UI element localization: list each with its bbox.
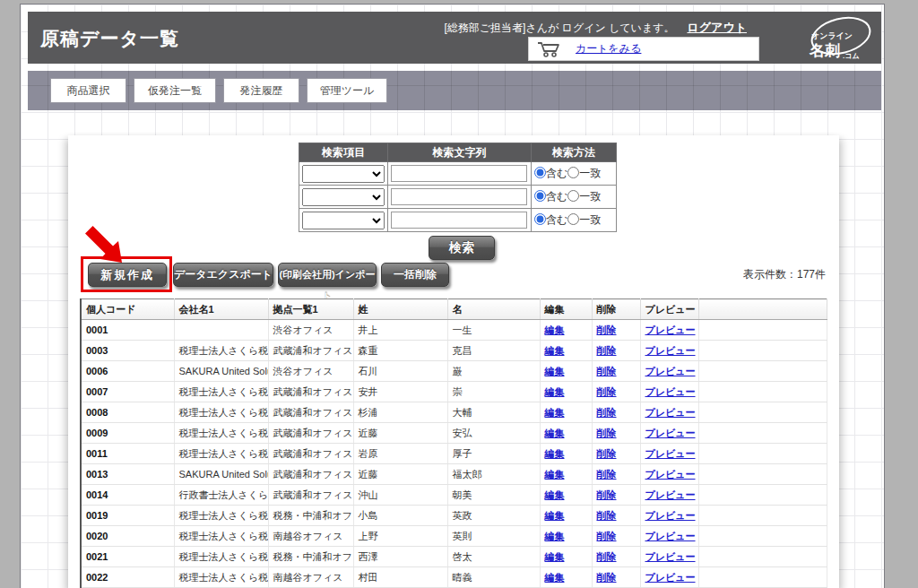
delete-link[interactable]: 削除: [597, 448, 617, 459]
nav-item-order-history[interactable]: 発注履歴: [223, 78, 299, 103]
preview-link[interactable]: プレビュー: [645, 345, 696, 356]
search-field-select[interactable]: [302, 212, 385, 229]
preview-link[interactable]: プレビュー: [645, 572, 696, 583]
preview-link[interactable]: プレビュー: [645, 531, 696, 541]
edit-link[interactable]: 編集: [545, 448, 565, 459]
search-field-select[interactable]: [302, 188, 385, 206]
cell-first-name: 巌: [447, 361, 540, 382]
edit-link[interactable]: 編集: [545, 489, 565, 500]
create-new-button[interactable]: 新規作成: [88, 263, 167, 287]
preview-link[interactable]: プレビュー: [645, 448, 696, 459]
search-text-input[interactable]: [391, 165, 527, 182]
search-text-input[interactable]: [391, 212, 527, 229]
delete-link[interactable]: 削除: [597, 324, 617, 335]
cell-preview-link: プレビュー: [640, 526, 698, 547]
nav-item-admin-tools[interactable]: 管理ツール: [307, 78, 387, 103]
col-preview: プレビュー: [640, 299, 698, 320]
cell-preview-link: プレビュー: [640, 382, 698, 402]
edit-link[interactable]: 編集: [545, 366, 565, 376]
cell-preview-link: プレビュー: [640, 423, 698, 444]
method-contains-radio[interactable]: [534, 213, 546, 225]
delete-link[interactable]: 削除: [597, 510, 617, 521]
search-text-input[interactable]: [391, 188, 527, 205]
cell-empty: [698, 526, 827, 547]
edit-link[interactable]: 編集: [545, 428, 565, 438]
cell-edit-link: 編集: [540, 402, 592, 423]
cell-edit-link: 編集: [540, 506, 592, 526]
cell-office: 税務・中浦和オフィス: [268, 547, 353, 567]
method-exact-radio[interactable]: [567, 190, 579, 202]
edit-link[interactable]: 編集: [545, 324, 565, 335]
search-button[interactable]: 検索: [429, 236, 495, 260]
cell-edit-link: 編集: [540, 361, 592, 382]
data-export-button[interactable]: データエクスポート: [173, 263, 273, 287]
delete-link[interactable]: 削除: [597, 572, 617, 583]
delete-link[interactable]: 削除: [597, 345, 617, 356]
col-empty: [698, 299, 827, 320]
col-office: 拠点一覧1: [268, 299, 353, 320]
cell-personal-code: 0020: [81, 526, 174, 547]
cell-preview-link: プレビュー: [640, 567, 698, 588]
method-exact-radio[interactable]: [567, 167, 579, 178]
edit-link[interactable]: 編集: [545, 531, 565, 541]
delete-link[interactable]: 削除: [597, 531, 617, 541]
cell-delete-link: 削除: [592, 320, 640, 341]
cell-preview-link: プレビュー: [640, 361, 698, 382]
cell-empty: [698, 382, 827, 402]
cell-company: 税理士法人さくら税務: [174, 444, 268, 464]
table-row: 0019税理士法人さくら税務税務・中浦和オフィス小島英政編集削除プレビュー: [81, 506, 827, 526]
record-count: 表示件数：177件: [743, 267, 826, 282]
preview-link[interactable]: プレビュー: [645, 469, 696, 480]
bulk-delete-button[interactable]: 一括削除: [381, 263, 449, 287]
edit-link[interactable]: 編集: [545, 510, 565, 521]
cell-personal-code: 0007: [81, 382, 174, 402]
edit-link[interactable]: 編集: [545, 386, 565, 397]
cell-last-name: 沖山: [353, 485, 447, 506]
search-row: 含む一致: [299, 162, 617, 186]
edit-link[interactable]: 編集: [545, 407, 565, 418]
view-cart-link[interactable]: カートをみる: [576, 41, 641, 56]
delete-link[interactable]: 削除: [597, 366, 617, 376]
printer-import-button[interactable]: (印刷会社用)インポート: [278, 263, 377, 287]
cell-preview-link: プレビュー: [640, 320, 698, 341]
edit-link[interactable]: 編集: [545, 551, 565, 562]
preview-link[interactable]: プレビュー: [645, 407, 696, 418]
cell-first-name: 英政: [447, 506, 540, 526]
search-form: 検索項目 検索文字列 検索方法 含む一致含む一致含む一致: [299, 143, 617, 232]
cell-delete-link: 削除: [592, 402, 640, 423]
cell-personal-code: 0006: [81, 361, 174, 382]
delete-link[interactable]: 削除: [597, 489, 617, 500]
cell-office: 武蔵浦和オフィス: [268, 382, 353, 402]
delete-link[interactable]: 削除: [597, 551, 617, 562]
preview-link[interactable]: プレビュー: [645, 489, 696, 500]
delete-link[interactable]: 削除: [597, 428, 617, 438]
cell-company: 税理士法人さくら税務: [174, 341, 268, 361]
cell-empty: [698, 464, 827, 485]
edit-link[interactable]: 編集: [545, 572, 565, 583]
table-row: 0008税理士法人さくら税務武蔵浦和オフィス杉浦大輔編集削除プレビュー: [81, 402, 827, 423]
nav-item-provisional-orders[interactable]: 仮発注一覧: [134, 78, 216, 103]
cell-office: 渋谷オフィス: [268, 361, 353, 382]
preview-link[interactable]: プレビュー: [645, 366, 696, 376]
cell-company: 行政書士法人さくら法務: [174, 485, 268, 506]
preview-link[interactable]: プレビュー: [645, 386, 696, 397]
method-exact-radio[interactable]: [567, 213, 579, 225]
search-field-select[interactable]: [302, 165, 385, 183]
cell-preview-link: プレビュー: [640, 506, 698, 526]
preview-link[interactable]: プレビュー: [645, 324, 696, 335]
edit-link[interactable]: 編集: [545, 469, 565, 480]
login-status: [総務部ご担当者]さんが ログイン しています。ログアウト: [444, 20, 747, 36]
method-contains-radio[interactable]: [534, 190, 546, 202]
delete-link[interactable]: 削除: [597, 469, 617, 480]
preview-link[interactable]: プレビュー: [645, 551, 696, 562]
preview-link[interactable]: プレビュー: [645, 428, 696, 438]
nav-item-product-select[interactable]: 商品選択: [50, 78, 126, 103]
logout-link[interactable]: ログアウト: [687, 21, 747, 34]
cell-personal-code: 0021: [81, 547, 174, 567]
preview-link[interactable]: プレビュー: [645, 510, 696, 521]
method-contains-radio[interactable]: [534, 167, 546, 178]
cell-office: 渋谷オフィス: [268, 320, 353, 341]
edit-link[interactable]: 編集: [545, 345, 565, 356]
delete-link[interactable]: 削除: [597, 407, 617, 418]
delete-link[interactable]: 削除: [597, 386, 617, 397]
